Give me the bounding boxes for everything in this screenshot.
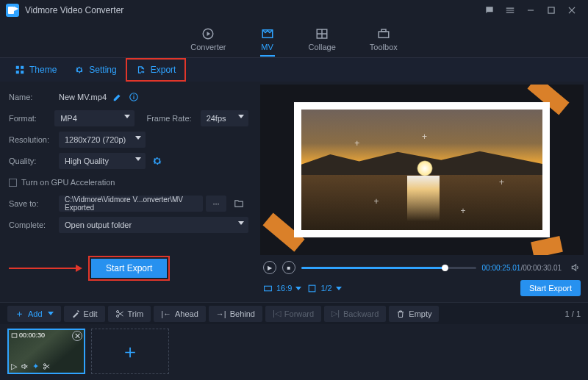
format-label: Format: [9,114,54,123]
nav-collage[interactable]: Collage [309,27,336,51]
maximize-button[interactable] [541,0,562,21]
framerate-select[interactable]: 24fps [201,110,248,126]
tab-setting[interactable]: Setting [65,58,125,82]
export-icon [136,65,146,75]
gpu-label: Turn on GPU Acceleration [21,178,115,187]
chevron-down-icon [135,136,141,140]
edit-button[interactable]: Edit [64,306,105,322]
trim-button[interactable]: Trim [108,306,151,322]
chevron-down-icon [238,115,244,118]
framerate-label: Frame Rate: [146,114,200,123]
name-label: Name: [9,93,59,101]
empty-button[interactable]: Empty [389,306,439,322]
trash-icon [396,309,405,318]
close-button[interactable] [562,0,582,21]
svg-rect-5 [379,32,389,37]
scissors-icon [115,309,124,318]
forward-button[interactable]: |◁Forward [265,306,321,322]
annotation-highlight: Start Export [88,256,170,281]
progress-slider[interactable] [301,267,476,269]
theme-icon [15,65,25,75]
quality-settings-icon[interactable] [151,155,163,167]
play-button[interactable]: ▶ [263,261,276,274]
step-forward-icon: ▷| [331,309,340,318]
tape-icon [531,236,563,255]
backward-button[interactable]: ▷|Backward [324,306,386,322]
svg-rect-13 [133,95,134,96]
svg-rect-0 [528,10,534,10]
open-folder-icon[interactable] [229,196,248,212]
tab-setting-label: Setting [89,65,116,75]
chevron-down-icon [295,287,301,290]
chevron-down-icon [135,157,141,161]
ahead-button[interactable]: |←Ahead [154,306,206,322]
nav-converter-label: Converter [190,43,226,51]
svg-rect-9 [16,71,19,74]
chevron-down-icon [48,312,54,315]
skip-forward-icon: →| [216,309,226,318]
svg-rect-12 [133,96,134,99]
annotation-arrow-icon [9,268,76,269]
clip-duration: 00:00:30 [11,331,45,339]
volume-icon[interactable] [570,262,581,273]
browse-button[interactable]: ··· [206,196,226,212]
svg-rect-18 [12,333,17,337]
zoom-select[interactable]: 1/2 [307,284,341,293]
tab-export-label: Export [151,65,176,75]
svg-rect-10 [21,71,24,74]
complete-label: Complete: [9,221,59,229]
start-export-small-button[interactable]: Start Export [520,280,581,296]
behind-button[interactable]: →|Behind [209,306,262,322]
gear-icon [74,65,85,75]
svg-rect-15 [309,285,316,292]
chevron-down-icon [336,287,342,290]
pagination: 1 / 1 [565,309,581,318]
mute-mini-icon[interactable] [21,362,29,370]
nav-collage-label: Collage [309,43,336,51]
add-clip-placeholder[interactable]: ＋ [91,329,169,374]
aspect-ratio-select[interactable]: 16:9 [263,284,301,293]
resolution-select[interactable]: 1280x720 (720p) [59,132,146,148]
saveto-label: Save to: [9,199,59,208]
svg-rect-7 [16,66,19,69]
nav-mv-label: MV [261,43,273,51]
play-mini-icon[interactable]: ▷ [11,362,17,371]
step-back-icon: |◁ [273,309,281,318]
start-export-button[interactable]: Start Export [91,259,167,278]
trim-mini-icon[interactable] [43,362,51,370]
stop-button[interactable]: ■ [282,261,295,274]
name-value: New MV.mp4 [59,93,107,101]
add-button[interactable]: ＋Add [7,306,61,322]
format-select[interactable]: MP4 [54,110,135,126]
svg-rect-14 [265,286,272,291]
app-title: Vidmore Video Converter [25,5,123,15]
info-icon[interactable] [129,92,139,102]
nav-toolbox[interactable]: Toolbox [370,27,398,51]
gpu-checkbox[interactable] [9,179,17,187]
chevron-down-icon [124,115,130,118]
nav-toolbox-label: Toolbox [370,43,398,51]
app-logo-icon [6,4,19,17]
svg-rect-6 [381,29,386,32]
edit-name-icon[interactable] [112,92,123,102]
tab-theme[interactable]: Theme [6,58,65,82]
effect-mini-icon[interactable]: ✦ [32,362,39,371]
skip-back-icon: |← [161,309,171,318]
resolution-label: Resolution: [9,135,59,144]
svg-rect-8 [21,66,24,69]
nav-converter[interactable]: Converter [190,27,226,51]
saveto-field[interactable]: C:\Vidmore\Vidmore V...onverter\MV Expor… [59,196,203,212]
feedback-icon[interactable] [479,0,500,21]
wand-icon [71,309,80,318]
complete-select[interactable]: Open output folder [59,217,248,233]
tab-export[interactable]: Export [126,58,187,82]
minimize-button[interactable] [520,0,541,21]
quality-label: Quality: [9,157,59,165]
chevron-down-icon [238,221,244,225]
remove-clip-icon[interactable]: ✕ [72,331,82,341]
nav-mv[interactable]: MV [260,27,275,51]
quality-select[interactable]: High Quality [59,153,146,169]
clip-thumbnail[interactable]: 00:00:30 ✕ ▷ ✦ [7,329,85,374]
video-preview: + + + + + [260,85,584,255]
menu-icon[interactable] [500,0,520,21]
